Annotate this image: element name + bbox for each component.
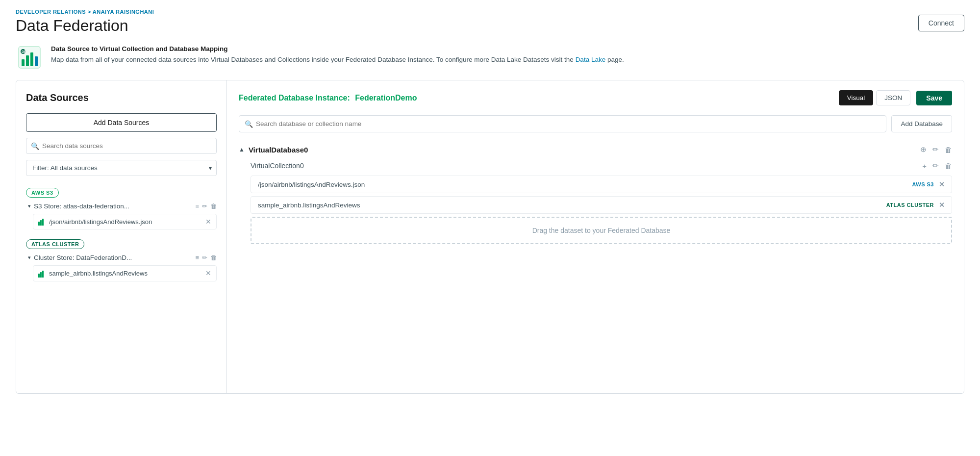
search-data-sources-wrap: 🔍 — [26, 138, 217, 154]
virtual-database-block: ▲ VirtualDatabase0 ⊕ ✏ 🗑 VirtualCollecti… — [239, 142, 952, 244]
dataset-row-aws: /json/airbnb/listingsAndReviews.json AWS… — [251, 176, 952, 193]
bars-icon — [38, 218, 45, 226]
visual-toggle-button[interactable]: Visual — [839, 90, 874, 105]
dataset-path-aws: /json/airbnb/listingsAndReviews.json — [258, 181, 912, 188]
atlas-cluster-badge: ATLAS CLUSTER — [26, 239, 84, 249]
caret-icon-atlas: ▾ — [28, 254, 31, 261]
panel-search-icon: 🔍 — [245, 120, 253, 128]
aws-s3-badge: AWS S3 — [26, 188, 59, 198]
virtual-collection-block: VirtualCollection0 + ✏ 🗑 /json/airbnb/li… — [251, 159, 952, 244]
info-text: Data Source to Virtual Collection and Da… — [51, 44, 624, 65]
panel-instance-name: FederationDemo — [355, 94, 417, 102]
remove-aws-item-icon[interactable]: ✕ — [205, 218, 211, 226]
vdb-delete-icon[interactable]: 🗑 — [945, 146, 952, 154]
save-button[interactable]: Save — [916, 91, 952, 105]
info-body: Map data from all of your connected data… — [51, 56, 574, 63]
svg-rect-12 — [42, 271, 44, 278]
search-icon: 🔍 — [31, 142, 39, 150]
vcol-edit-icon[interactable]: ✏ — [932, 161, 939, 170]
search-data-sources-input[interactable] — [26, 138, 217, 154]
panel-search-inner: 🔍 — [239, 115, 886, 132]
bars-icon-atlas — [38, 269, 45, 277]
page-title: Data Federation — [16, 17, 154, 35]
svg-rect-9 — [42, 219, 44, 226]
list-icon[interactable]: ≡ — [195, 203, 199, 210]
json-toggle-button[interactable]: JSON — [876, 90, 910, 105]
svg-rect-4 — [35, 56, 38, 66]
svg-rect-8 — [40, 220, 42, 226]
panel-title-prefix: Federated Database Instance: — [239, 94, 350, 102]
panel-search-input[interactable] — [239, 115, 886, 132]
vcol-actions: + ✏ 🗑 — [922, 161, 952, 170]
atlas-data-item: sample_airbnb.listingsAndReviews ✕ — [33, 265, 217, 281]
filter-select[interactable]: Filter: All data sources AWS S3 Atlas Cl… — [26, 160, 217, 176]
caret-icon: ▾ — [28, 203, 31, 209]
info-body-suffix: page. — [607, 56, 624, 63]
aws-store-name: S3 Store: atlas-data-federation... — [34, 203, 192, 210]
virtual-database-name: VirtualDatabase0 — [249, 146, 920, 154]
filter-select-wrap: Filter: All data sources AWS S3 Atlas Cl… — [26, 160, 217, 176]
view-toggle: Visual JSON Save — [839, 90, 952, 105]
connect-button[interactable]: Connect — [918, 15, 964, 31]
atlas-store-name: Cluster Store: DataFederationD... — [34, 254, 192, 261]
sidebar-title: Data Sources — [26, 92, 217, 103]
edit-icon-atlas[interactable]: ✏ — [202, 254, 207, 261]
vcol-add-icon[interactable]: + — [922, 162, 927, 170]
data-lake-link[interactable]: Data Lake — [576, 56, 606, 63]
remove-atlas-dataset-icon[interactable]: ✕ — [939, 201, 945, 209]
virtual-collection-header: VirtualCollection0 + ✏ 🗑 — [251, 159, 952, 173]
breadcrumb: DEVELOPER RELATIONS > ANAIYA RAISINGHANI — [16, 9, 154, 15]
svg-rect-2 — [26, 55, 29, 66]
svg-rect-11 — [40, 272, 42, 278]
panel-title: Federated Database Instance: FederationD… — [239, 94, 417, 102]
info-icon: DB — [16, 44, 43, 71]
remove-aws-dataset-icon[interactable]: ✕ — [939, 180, 945, 188]
aws-s3-section: AWS S3 ▾ S3 Store: atlas-data-federation… — [26, 188, 217, 229]
drop-zone: Drag the dataset to your Federated Datab… — [251, 217, 952, 244]
dataset-tag-aws: AWS S3 — [912, 181, 934, 187]
atlas-store-row: ▾ Cluster Store: DataFederationD... ≡ ✏ … — [26, 254, 217, 261]
data-sources-sidebar: Data Sources Add Data Sources 🔍 Filter: … — [16, 80, 227, 393]
vdb-add-icon[interactable]: ⊕ — [920, 145, 927, 154]
vdb-edit-icon[interactable]: ✏ — [932, 145, 939, 154]
dataset-row-atlas: sample_airbnb.listingsAndReviews ATLAS C… — [251, 196, 952, 214]
virtual-database-header: ▲ VirtualDatabase0 ⊕ ✏ 🗑 — [239, 142, 952, 157]
svg-rect-3 — [30, 52, 33, 66]
aws-item-name: /json/airbnb/listingsAndReviews.json — [49, 218, 201, 226]
panel-search-wrap: 🔍 Add Database — [239, 115, 952, 132]
atlas-cluster-section: ATLAS CLUSTER ▾ Cluster Store: DataFeder… — [26, 239, 217, 281]
dataset-tag-atlas: ATLAS CLUSTER — [886, 202, 934, 208]
list-icon-atlas[interactable]: ≡ — [195, 254, 199, 261]
aws-store-row: ▾ S3 Store: atlas-data-federation... ≡ ✏… — [26, 203, 217, 210]
virtual-collection-name: VirtualCollection0 — [251, 162, 922, 170]
edit-icon[interactable]: ✏ — [202, 203, 207, 210]
vdb-actions: ⊕ ✏ 🗑 — [920, 145, 952, 154]
panel-header: Federated Database Instance: FederationD… — [239, 90, 952, 105]
add-data-sources-button[interactable]: Add Data Sources — [26, 113, 217, 132]
dataset-path-atlas: sample_airbnb.listingsAndReviews — [258, 202, 886, 209]
main-panel: Federated Database Instance: FederationD… — [227, 80, 964, 393]
delete-icon[interactable]: 🗑 — [210, 203, 217, 210]
svg-rect-7 — [38, 222, 40, 226]
vdb-caret-icon[interactable]: ▲ — [239, 146, 245, 153]
vcol-delete-icon[interactable]: 🗑 — [945, 162, 952, 170]
svg-text:DB: DB — [22, 50, 26, 53]
remove-atlas-item-icon[interactable]: ✕ — [205, 269, 211, 277]
atlas-item-name: sample_airbnb.listingsAndReviews — [49, 270, 201, 277]
svg-rect-10 — [38, 274, 40, 278]
add-database-button[interactable]: Add Database — [891, 115, 952, 132]
aws-data-item: /json/airbnb/listingsAndReviews.json ✕ — [33, 214, 217, 229]
svg-rect-1 — [22, 59, 25, 66]
drop-zone-text: Drag the dataset to your Federated Datab… — [532, 227, 671, 234]
delete-icon-atlas[interactable]: 🗑 — [210, 254, 217, 261]
info-title: Data Source to Virtual Collection and Da… — [51, 45, 228, 52]
